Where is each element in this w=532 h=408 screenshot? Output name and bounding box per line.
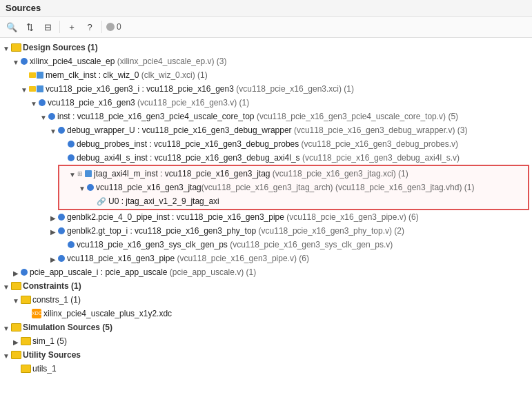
vcu118-pcie-i-icon bbox=[29, 85, 43, 92]
panel: Sources 🔍 ⇅ ⊟ + ? 0 Design Sources (1) x… bbox=[0, 0, 532, 378]
genblk2-gt-label: genblk2.gt_top_i : vcu118_pcie_x16_gen3_… bbox=[67, 225, 404, 237]
sim-1-item[interactable]: sim_1 (5) bbox=[0, 334, 532, 348]
u0-jtag-item[interactable]: 🔗 U0 : jtag_axi_v1_2_9_jtag_axi bbox=[59, 194, 528, 208]
sim-sources-section[interactable]: Simulation Sources (5) bbox=[0, 320, 532, 334]
vcu118-jtag-item[interactable]: vcu118_pcie_x16_gen3_jtag(vcu118_pcie_x1… bbox=[59, 181, 528, 194]
genblk2-pipe-icon bbox=[58, 214, 65, 221]
constraints-folder-icon bbox=[11, 282, 21, 290]
design-sources-folder-icon bbox=[11, 43, 21, 52]
sys-clk-gen-icon bbox=[68, 241, 75, 248]
link-icon: 🔗 bbox=[97, 195, 106, 207]
genblk2-gt-arrow[interactable] bbox=[48, 226, 58, 236]
inst-core-top-item[interactable]: inst : vcu118_pcie_x16_gen3_pcie4_uscale… bbox=[0, 110, 532, 123]
pcie-app-label: pcie_app_uscale_i : pcie_app_uscale (pci… bbox=[30, 266, 256, 278]
genblk2-pipe-arrow[interactable] bbox=[48, 212, 58, 222]
collapse-button[interactable]: ⊟ bbox=[40, 19, 55, 34]
inst-core-top-arrow[interactable] bbox=[39, 112, 48, 121]
xdc-file-icon: XDC bbox=[32, 309, 41, 318]
xdc-file-item[interactable]: XDC xilinx_pcie4_uscale_plus_x1y2.xdc bbox=[0, 307, 532, 320]
badge-count: 0 bbox=[117, 22, 121, 32]
vcu118-pcie-gen3-item[interactable]: vcu118_pcie_x16_gen3 (vcu118_pcie_x16_ge… bbox=[0, 96, 532, 110]
inst-core-top-icon bbox=[48, 113, 55, 120]
badge-dot bbox=[106, 23, 115, 31]
utility-sources-folder-icon bbox=[11, 351, 21, 359]
vcu118-pcie-i-item[interactable]: vcu118_pcie_x16_gen3_i : vcu118_pcie_x16… bbox=[0, 82, 532, 96]
mem-clk-icon bbox=[29, 72, 43, 79]
debug-axi4l-item[interactable]: debug_axi4l_s_inst : vcu118_pcie_x16_gen… bbox=[0, 151, 532, 165]
design-sources-section[interactable]: Design Sources (1) bbox=[0, 41, 532, 54]
xilinx-pcie4-icon bbox=[21, 58, 28, 65]
utility-sources-label: Utility Sources bbox=[23, 349, 81, 361]
utils-1-label: utils_1 bbox=[32, 363, 57, 375]
search-button[interactable]: 🔍 bbox=[4, 19, 19, 34]
debug-probes-label: debug_probes_inst : vcu118_pcie_x16_gen3… bbox=[77, 138, 458, 150]
constrs-1-folder-icon bbox=[21, 296, 31, 304]
genblk2-pipe-label: genblk2.pcie_4_0_pipe_inst : vcu118_pcie… bbox=[67, 211, 419, 223]
sim-1-folder-icon bbox=[21, 337, 31, 345]
jtag-axi4l-icon: ⊞ bbox=[77, 167, 92, 180]
vcu118-pcie-gen3-icon bbox=[39, 99, 46, 106]
panel-title: Sources bbox=[0, 0, 532, 17]
utils-1-item[interactable]: utils_1 bbox=[0, 362, 532, 376]
help-button[interactable]: ? bbox=[82, 19, 97, 34]
debug-wrapper-icon bbox=[58, 127, 65, 134]
toolbar-separator-2 bbox=[101, 21, 102, 33]
pcie-app-item[interactable]: pcie_app_uscale_i : pcie_app_uscale (pci… bbox=[0, 265, 532, 279]
vcu118-pcie-gen3-arrow[interactable] bbox=[29, 98, 39, 108]
vcu118-jtag-icon bbox=[87, 184, 94, 191]
sim-sources-label: Simulation Sources (5) bbox=[23, 321, 112, 334]
constraints-label: Constraints (1) bbox=[23, 280, 81, 292]
sort-button[interactable]: ⇅ bbox=[22, 19, 37, 34]
source-tree: Design Sources (1) xilinx_pcie4_uscale_e… bbox=[0, 38, 532, 378]
xilinx-pcie4-label: xilinx_pcie4_uscale_ep (xilinx_pcie4_usc… bbox=[30, 55, 227, 68]
vcu118-jtag-arrow[interactable] bbox=[77, 183, 87, 192]
vcu118-pipe-icon bbox=[58, 255, 65, 262]
debug-axi4l-icon bbox=[68, 154, 75, 161]
xilinx-pcie4-arrow[interactable] bbox=[11, 57, 21, 66]
vcu118-pipe-item[interactable]: vcu118_pcie_x16_gen3_pipe (vcu118_pcie_x… bbox=[0, 252, 532, 265]
toolbar: 🔍 ⇅ ⊟ + ? 0 bbox=[0, 17, 532, 38]
sim-sources-folder-icon bbox=[11, 323, 21, 332]
debug-wrapper-item[interactable]: debug_wrapper_U : vcu118_pcie_x16_gen3_d… bbox=[0, 123, 532, 137]
sim-1-arrow[interactable] bbox=[11, 336, 21, 346]
vcu118-pipe-arrow[interactable] bbox=[48, 254, 58, 263]
design-sources-arrow[interactable] bbox=[1, 43, 11, 52]
constraints-arrow[interactable] bbox=[1, 281, 11, 291]
toolbar-separator bbox=[59, 21, 60, 33]
inst-core-top-label: inst : vcu118_pcie_x16_gen3_pcie4_uscale… bbox=[57, 110, 458, 123]
debug-wrapper-arrow[interactable] bbox=[48, 125, 58, 135]
xilinx-pcie4-item[interactable]: xilinx_pcie4_uscale_ep (xilinx_pcie4_usc… bbox=[0, 54, 532, 68]
constrs-1-item[interactable]: constrs_1 (1) bbox=[0, 293, 532, 307]
vcu118-jtag-label: vcu118_pcie_x16_gen3_jtag(vcu118_pcie_x1… bbox=[96, 181, 474, 194]
debug-axi4l-label: debug_axi4l_s_inst : vcu118_pcie_x16_gen… bbox=[77, 152, 460, 164]
sim-sources-arrow[interactable] bbox=[1, 323, 11, 332]
utility-sources-arrow[interactable] bbox=[1, 350, 11, 360]
constraints-section[interactable]: Constraints (1) bbox=[0, 279, 532, 293]
sim-1-label: sim_1 (5) bbox=[32, 335, 67, 347]
mem-clk-label: mem_clk_inst : clk_wiz_0 (clk_wiz_0.xci)… bbox=[46, 69, 208, 81]
debug-wrapper-label: debug_wrapper_U : vcu118_pcie_x16_gen3_d… bbox=[67, 124, 467, 136]
constrs-1-label: constrs_1 (1) bbox=[32, 294, 81, 306]
mem-clk-item[interactable]: mem_clk_inst : clk_wiz_0 (clk_wiz_0.xci)… bbox=[0, 68, 532, 82]
genblk2-gt-icon bbox=[58, 227, 65, 234]
u0-jtag-label: U0 : jtag_axi_v1_2_9_jtag_axi bbox=[108, 195, 219, 207]
vcu118-pcie-gen3-label: vcu118_pcie_x16_gen3 (vcu118_pcie_x16_ge… bbox=[48, 96, 249, 109]
jtag-axi4l-item[interactable]: ⊞ jtag_axi4l_m_inst : vcu118_pcie_x16_ge… bbox=[59, 167, 528, 181]
vcu118-pcie-i-arrow[interactable] bbox=[19, 84, 29, 94]
utils-1-folder-icon bbox=[21, 365, 31, 373]
genblk2-pipe-item[interactable]: genblk2.pcie_4_0_pipe_inst : vcu118_pcie… bbox=[0, 210, 532, 224]
pcie-app-arrow[interactable] bbox=[11, 267, 21, 277]
xdc-file-label: xilinx_pcie4_uscale_plus_x1y2.xdc bbox=[43, 307, 172, 320]
design-sources-label: Design Sources (1) bbox=[23, 41, 98, 54]
add-button[interactable]: + bbox=[64, 19, 79, 34]
constrs-1-arrow[interactable] bbox=[11, 295, 21, 305]
vcu118-pipe-label: vcu118_pcie_x16_gen3_pipe (vcu118_pcie_x… bbox=[67, 252, 309, 265]
sys-clk-gen-item[interactable]: vcu118_pcie_x16_gen3_sys_clk_gen_ps (vcu… bbox=[0, 238, 532, 252]
pcie-app-icon bbox=[21, 269, 28, 276]
jtag-axi4l-arrow[interactable] bbox=[68, 169, 77, 178]
debug-probes-item[interactable]: debug_probes_inst : vcu118_pcie_x16_gen3… bbox=[0, 137, 532, 151]
genblk2-gt-item[interactable]: genblk2.gt_top_i : vcu118_pcie_x16_gen3_… bbox=[0, 224, 532, 238]
vcu118-pcie-i-label: vcu118_pcie_x16_gen3_i : vcu118_pcie_x16… bbox=[46, 83, 354, 95]
jtag-axi4l-label: jtag_axi4l_m_inst : vcu118_pcie_x16_gen3… bbox=[94, 167, 408, 180]
utility-sources-section[interactable]: Utility Sources bbox=[0, 348, 532, 362]
